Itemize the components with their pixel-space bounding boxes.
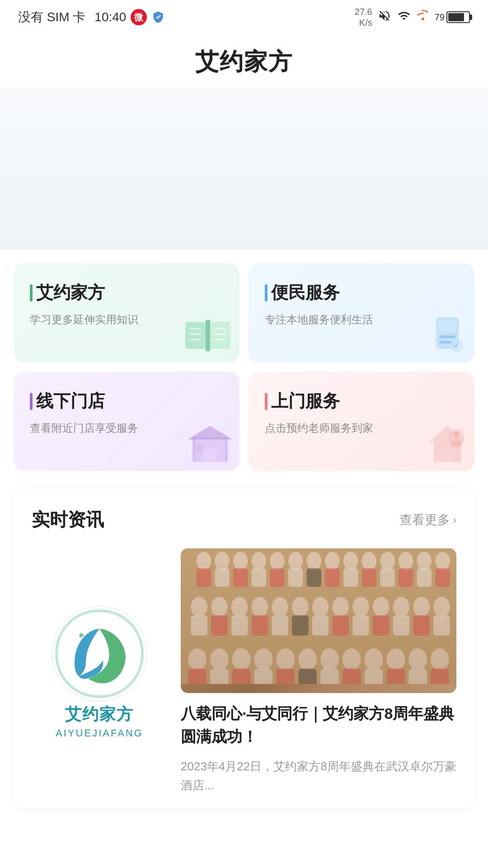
store-icon [185,424,235,467]
banner-area [0,87,488,250]
svg-rect-11 [439,335,455,338]
book-icon [181,315,235,358]
svg-rect-17 [203,448,217,462]
news-section: 实时资讯 查看更多 › [14,489,474,808]
bell-mute-icon [378,9,391,26]
shield-icon [151,10,165,24]
status-right: 27.6 K/s 79 [355,6,470,28]
battery-box [446,11,470,23]
svg-rect-10 [438,320,456,332]
battery-text: 79 [435,12,445,23]
news-article-title: 八载同心·与艾同行｜艾约家方8周年盛典圆满成功！ [181,702,456,748]
news-items: 艾约家方 AIYUEJIAFANG [32,548,456,795]
svg-rect-25 [451,440,462,447]
card-aiyue-title: 艾约家方 [30,281,223,304]
cards-grid: 艾约家方 学习更多延伸实用知识 便民服务 专注本地服务便利生活 [14,263,474,471]
svg-rect-22 [442,448,453,462]
news-header: 实时资讯 查看更多 › [32,507,456,532]
news-article-item[interactable]: 八载同心·与艾同行｜艾约家方8周年盛典圆满成功！ 2023年4月22日，艾约家方… [181,548,456,795]
card-shangmen-accent [265,393,267,410]
svg-rect-1 [210,322,230,349]
card-mendian[interactable]: 线下门店 查看附近门店享受服务 [14,372,239,471]
status-bar: 没有 SIM 卡 10:40 微 27.6 K/s [0,0,488,33]
logo-en-text: AIYUEJIAFANG [56,727,143,739]
banner-image [0,87,488,250]
signal-icon [417,10,429,24]
network-speed: 27.6 K/s [355,6,372,28]
news-more-label: 查看更多 [399,511,450,528]
wifi-icon [397,9,411,25]
card-bianmin-title: 便民服务 [265,281,458,304]
card-shangmen[interactable]: 上门服务 点击预约老师服务到家 [249,372,474,471]
svg-rect-12 [439,341,452,344]
card-bianmin-accent [265,284,267,302]
time-text: 10:40 [94,10,126,24]
logo-name-text: 艾约家方 [65,703,134,726]
people-group-photo [181,548,456,693]
carrier-text: 没有 SIM 卡 [18,9,85,26]
weibo-icon: 微 [131,9,147,25]
battery-fill [448,13,464,21]
card-shangmen-title: 上门服务 [265,390,458,413]
news-article-image [181,548,456,693]
card-aiyue[interactable]: 艾约家方 学习更多延伸实用知识 [14,263,239,363]
app-title: 艾约家方 [0,33,488,87]
card-mendian-accent [30,393,33,410]
svg-rect-28 [98,639,101,655]
aiyue-logo [50,604,149,703]
card-mendian-title: 线下门店 [30,390,223,413]
svg-rect-2 [206,320,210,351]
svg-rect-0 [185,322,206,349]
cards-section: 艾约家方 学习更多延伸实用知识 便民服务 专注本地服务便利生活 [0,250,488,480]
svg-rect-18 [194,444,203,453]
svg-text:✓: ✓ [454,341,460,349]
status-left: 没有 SIM 卡 10:40 微 [18,9,165,26]
svg-point-24 [453,431,460,438]
battery: 79 [435,11,470,23]
chevron-right-icon: › [453,514,456,526]
home-service-icon [425,421,470,467]
card-bianmin[interactable]: 便民服务 专注本地服务便利生活 ✓ [249,263,474,363]
service-icon: ✓ [425,313,470,358]
news-article-desc: 2023年4月22日，艾约家方8周年盛典在武汉卓尔万豪酒店... [181,757,456,795]
news-title: 实时资讯 [32,507,104,532]
news-more-button[interactable]: 查看更多 › [399,511,456,528]
card-aiyue-accent [30,284,33,302]
news-logo-item: 艾约家方 AIYUEJIAFANG [32,548,167,795]
